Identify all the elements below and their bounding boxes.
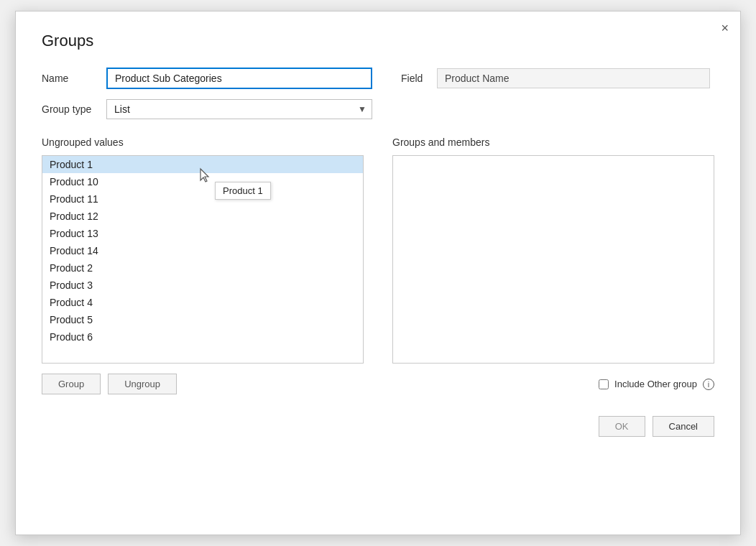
sections-row: Ungrouped values Product 1 Product 10 Pr… — [42, 136, 714, 364]
ungroup-button[interactable]: Ungroup — [108, 374, 177, 394]
field-value: Product Name — [437, 68, 710, 88]
name-label: Name — [42, 73, 106, 84]
list-item[interactable]: Product 4 — [42, 294, 363, 311]
list-item[interactable]: Product 10 — [42, 173, 363, 190]
dialog-title: Groups — [42, 32, 714, 50]
include-other-label: Include Other group — [614, 379, 697, 389]
info-icon[interactable]: i — [703, 379, 714, 390]
list-item[interactable]: Product 5 — [42, 311, 363, 328]
close-button[interactable]: × — [721, 22, 729, 34]
name-input[interactable] — [106, 68, 372, 89]
group-type-select-wrapper: List Bin ▼ — [106, 99, 372, 119]
group-type-select[interactable]: List Bin — [106, 99, 372, 119]
field-label: Field — [401, 73, 437, 84]
group-type-label: Group type — [42, 103, 106, 115]
ok-button[interactable]: OK — [599, 416, 645, 437]
dialog-footer: OK Cancel — [42, 416, 714, 437]
list-item[interactable]: Product 13 — [42, 225, 363, 242]
name-row: Name Field Product Name — [42, 68, 714, 89]
ungrouped-section: Ungrouped values Product 1 Product 10 Pr… — [42, 136, 364, 364]
ungrouped-title: Ungrouped values — [42, 136, 364, 148]
groups-dialog: × Groups Name Field Product Name Group t… — [15, 11, 741, 535]
list-item[interactable]: Product 2 — [42, 259, 363, 277]
include-other-checkbox[interactable] — [599, 379, 609, 389]
groups-section: Groups and members — [392, 136, 714, 364]
list-item[interactable]: Product 14 — [42, 242, 363, 259]
cancel-button[interactable]: Cancel — [653, 416, 714, 437]
group-type-row: Group type List Bin ▼ — [42, 99, 714, 119]
list-item[interactable]: Product 12 — [42, 208, 363, 225]
group-button[interactable]: Group — [42, 374, 101, 394]
list-item[interactable]: Product 1 — [42, 156, 363, 173]
list-item[interactable]: Product 3 — [42, 277, 363, 294]
groups-title: Groups and members — [392, 136, 714, 148]
groups-list[interactable] — [392, 155, 714, 364]
ungrouped-list[interactable]: Product 1 Product 10 Product 11 Product … — [42, 155, 364, 364]
list-item[interactable]: Product 11 — [42, 190, 363, 208]
list-item[interactable]: Product 6 — [42, 328, 363, 346]
